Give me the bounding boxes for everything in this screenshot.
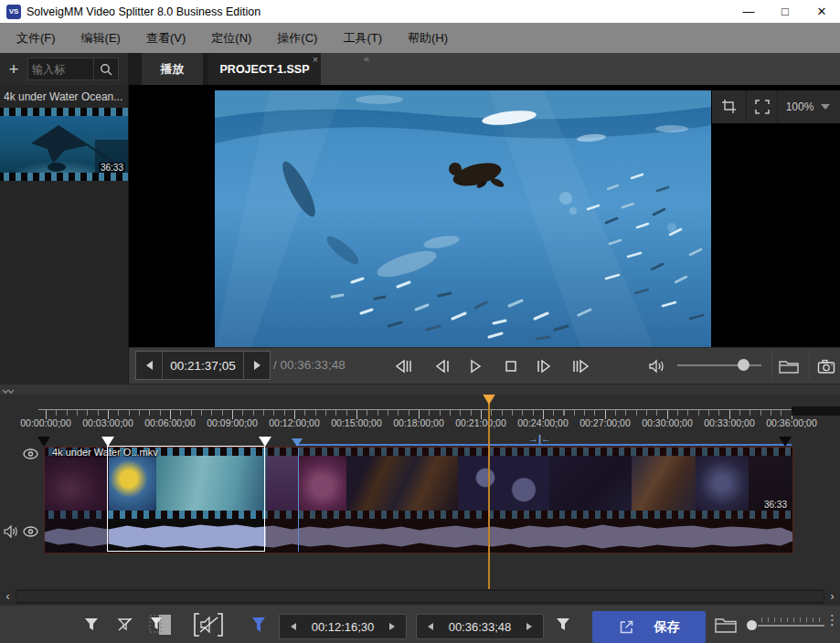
crop-button[interactable] (712, 90, 747, 123)
timeline-zoom-track[interactable] (758, 625, 824, 627)
marker-list-button[interactable] (144, 610, 177, 639)
clip-duration-label: 36:33 (764, 500, 787, 510)
prev-keyframe-button[interactable] (391, 356, 415, 376)
filter-icon (555, 617, 571, 633)
filmstrip-sprockets-top (0, 108, 128, 116)
arrow-left-icon (291, 623, 296, 630)
fragment-right-marker[interactable] (259, 437, 271, 447)
end-increment-button[interactable] (516, 623, 543, 630)
search-input[interactable] (28, 63, 93, 76)
video-track-visibility-icon[interactable] (23, 448, 38, 459)
menu-bar: 文件(F) 编辑(E) 查看(V) 定位(N) 操作(C) 工具(T) 帮助(H… (0, 23, 840, 53)
volume-button[interactable] (645, 356, 669, 376)
mute-fragment-button[interactable] (190, 610, 227, 639)
tab-close-icon[interactable]: × (309, 54, 322, 65)
media-item-name[interactable]: 4k under Water Ocean... (4, 90, 125, 103)
goto-marker-button[interactable] (244, 610, 273, 639)
current-time-group: 00:21:37;05 (135, 351, 271, 380)
selected-fragment-box[interactable] (107, 446, 265, 552)
maximize-button[interactable]: □ (767, 0, 803, 23)
menu-tools[interactable]: 工具(T) (330, 25, 395, 52)
panel-splitter[interactable] (0, 384, 840, 395)
step-forward-button[interactable] (532, 356, 556, 376)
menu-edit[interactable]: 编辑(E) (69, 25, 133, 52)
fragment-end-field: 00:36:33;48 (416, 614, 544, 639)
fragment-left-marker[interactable] (101, 437, 114, 447)
transport-bar: 00:21:37;05 / 00:36:33;48 (129, 347, 840, 384)
arrow-left-icon (428, 623, 433, 630)
export-icon (619, 619, 634, 635)
step-back-button[interactable] (431, 356, 454, 376)
add-media-button[interactable]: + (0, 53, 27, 85)
selected-fragment-line (297, 444, 792, 446)
minimize-button[interactable]: — (730, 0, 767, 23)
zoom-level-label: 100% (786, 100, 814, 113)
media-item-thumbnail[interactable]: 36:33 (0, 108, 128, 181)
time-step-forward-button[interactable] (244, 352, 270, 379)
output-folder-button[interactable] (711, 610, 740, 639)
next-keyframe-button[interactable] (569, 356, 593, 376)
trim-fragment-icon[interactable]: →|← (528, 433, 551, 444)
ruler-label: 00:18:00;00 (393, 417, 443, 428)
filter-icon (83, 617, 100, 633)
menu-operations[interactable]: 操作(C) (264, 25, 330, 52)
fullscreen-button[interactable] (747, 90, 778, 123)
scrollbar-thumb[interactable] (16, 591, 824, 602)
clip-end-marker[interactable] (779, 437, 792, 447)
apply-marker-button[interactable] (548, 610, 578, 639)
end-decrement-button[interactable] (417, 623, 444, 630)
start-decrement-button[interactable] (280, 623, 307, 630)
time-step-back-button[interactable] (136, 352, 162, 379)
audio-track-visibility-icon[interactable] (23, 526, 38, 537)
ruler-label: 00:06:00;00 (144, 417, 195, 428)
search-icon[interactable] (93, 58, 118, 79)
audio-track-mute-icon[interactable] (3, 525, 19, 538)
playhead-handle[interactable] (482, 395, 496, 405)
collapse-panel-icon[interactable]: « (364, 53, 369, 64)
ruler-label: 00:30:00;00 (642, 417, 692, 428)
timeline-zoom-ticks (761, 617, 824, 622)
clip-start-marker[interactable] (37, 437, 50, 447)
current-time-value[interactable]: 00:21:37;05 (163, 352, 243, 379)
scroll-left-button[interactable]: ‹ (0, 589, 16, 604)
ruler-out-of-range (792, 406, 840, 416)
zoom-dropdown[interactable]: 100% (778, 90, 838, 123)
timeline-scrollbar[interactable]: ‹ › (0, 589, 840, 604)
more-options-button[interactable]: ⋮ (825, 612, 838, 628)
selection-start-marker[interactable] (292, 438, 303, 447)
video-frame[interactable] (215, 90, 711, 347)
open-folder-button[interactable] (771, 351, 805, 381)
mute-brackets-icon (193, 613, 224, 637)
remove-marker-button[interactable] (111, 610, 140, 639)
start-increment-button[interactable] (378, 623, 406, 630)
timeline-zoom-handle[interactable] (747, 620, 757, 630)
scroll-right-button[interactable]: › (824, 589, 840, 604)
camera-icon (817, 359, 835, 374)
menu-view[interactable]: 查看(V) (133, 25, 198, 52)
ruler-label: 00:03:00;00 (82, 417, 133, 428)
menu-navigate[interactable]: 定位(N) (198, 25, 264, 52)
arrow-right-icon (526, 623, 532, 630)
filmstrip-sprockets-bottom (0, 173, 128, 181)
playhead-line[interactable] (488, 395, 490, 589)
window-title: SolveigMM Video Splitter 8.0 Business Ed… (27, 5, 261, 18)
timeline-panel: 00:00:00;00 00:03:00;00 00:06:00;00 00:0… (0, 395, 840, 589)
save-button[interactable]: 保存 (592, 611, 706, 643)
app-window: VS SolveigMM Video Splitter 8.0 Business… (0, 0, 840, 643)
tab-bar: + 播放 PROJECT-1.SSP × « (0, 53, 840, 85)
fragment-start-value[interactable]: 00:12:16;30 (307, 620, 378, 634)
play-button[interactable] (463, 356, 487, 376)
stop-button[interactable] (499, 356, 523, 376)
volume-slider-handle[interactable] (738, 359, 750, 371)
fragment-end-value[interactable]: 00:36:33;48 (444, 620, 516, 634)
menu-file[interactable]: 文件(F) (4, 25, 69, 52)
snapshot-button[interactable] (809, 351, 840, 381)
menu-help[interactable]: 帮助(H) (395, 25, 461, 52)
ruler-label: 00:27:00;00 (579, 417, 630, 428)
add-marker-button[interactable] (77, 610, 106, 639)
fragment-start-line (298, 448, 299, 552)
close-button[interactable]: ✕ (803, 0, 840, 23)
chevron-down-icon (821, 104, 830, 110)
tab-project[interactable]: PROJECT-1.SSP (208, 53, 321, 85)
tab-play[interactable]: 播放 (142, 53, 203, 85)
